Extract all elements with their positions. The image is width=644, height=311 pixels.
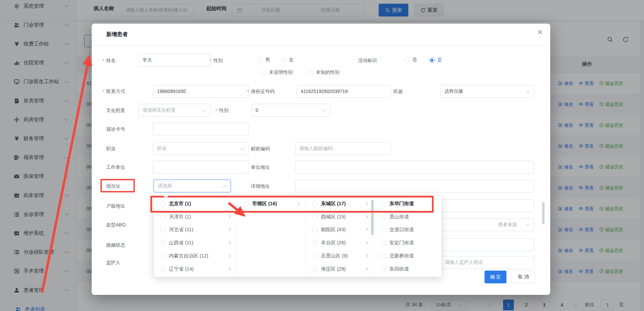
gender-unknown-radio[interactable]: [308, 70, 313, 75]
radio-icon[interactable]: [312, 240, 318, 246]
cascader-option-label: 辽宁省 (14): [169, 266, 194, 272]
active-no-radio[interactable]: [404, 58, 409, 63]
name-label: 姓名: [106, 57, 116, 64]
cascader-option-label: 丰台区 (26): [321, 240, 346, 246]
cascader-option-label: 山西省 (11): [169, 240, 193, 246]
chevron-right-icon: [227, 241, 231, 244]
cascader-option-label: 景山街道: [389, 214, 409, 220]
postal-input[interactable]: 请输入邮政编码: [295, 142, 391, 155]
radio-icon[interactable]: [160, 214, 166, 220]
cascader-option[interactable]: 河北省 (11): [154, 223, 237, 236]
occupation-label: 职业: [106, 145, 116, 152]
active-yes-radio[interactable]: [429, 58, 435, 63]
ethnicity-label: 民族: [393, 88, 403, 95]
chevron-right-icon: [227, 215, 231, 218]
gender-male-label: 男: [265, 57, 270, 63]
cascader-option-label: 东四街道: [389, 266, 409, 272]
cascader-scrollbar[interactable]: [371, 200, 374, 235]
cancel-button[interactable]: 取 消: [512, 271, 535, 283]
card-no-input[interactable]: [153, 123, 249, 135]
app-root: 系统管理门诊管理¥收费工作站住院管理门诊医生工作站库房管理药房管理¥财务管理X报…: [0, 0, 644, 311]
gender-female-radio[interactable]: [281, 58, 286, 63]
cascader-option-label: 石景山区 (9): [321, 253, 348, 259]
radio-icon[interactable]: [160, 240, 166, 246]
active-no-label: 否: [412, 57, 417, 63]
cascader-option[interactable]: 北新桥街道: [375, 250, 442, 262]
id-number-label: 身份证号码: [251, 88, 274, 95]
radio-icon[interactable]: [160, 201, 166, 207]
chevron-right-icon: [364, 215, 368, 218]
close-icon[interactable]: ✕: [535, 28, 545, 37]
patient-source-select[interactable]: 患者来源: [441, 218, 534, 231]
cascader-option-label: 朝阳区 (43): [321, 226, 346, 233]
cascader-option[interactable]: 海淀区 (29): [306, 263, 374, 276]
cancel-button-label: 取 消: [518, 274, 529, 280]
radio-icon[interactable]: [312, 201, 318, 207]
radio-icon[interactable]: [243, 201, 249, 207]
radio-icon[interactable]: [160, 267, 166, 272]
education-select[interactable]: 请选择文化程度: [138, 104, 211, 117]
detail-address-input[interactable]: [295, 180, 534, 192]
chevron-right-icon: [227, 201, 231, 205]
name-input[interactable]: 牢大: [138, 54, 211, 67]
cascader-option[interactable]: 石景山区 (9): [306, 250, 374, 262]
chevron-right-icon: [227, 228, 231, 231]
radio-icon[interactable]: [381, 267, 386, 272]
id-number-value: 411625192602039719: [301, 89, 348, 94]
chevron-up-icon: [223, 185, 227, 189]
radio-icon[interactable]: [381, 240, 386, 246]
cascader-option[interactable]: 交道口街道: [375, 223, 442, 236]
radio-icon[interactable]: [381, 227, 386, 232]
cascader-option[interactable]: 内蒙古自治区 (12): [154, 250, 237, 262]
id-number-input[interactable]: 411625192602039719: [296, 85, 391, 98]
work-unit-input[interactable]: [153, 161, 249, 174]
cascader-option[interactable]: 市辖区 (16): [237, 197, 306, 210]
radio-icon[interactable]: [381, 214, 386, 220]
cascader-option[interactable]: 天津市 (1): [154, 211, 237, 223]
work-address-input[interactable]: [295, 161, 534, 174]
cascader-option[interactable]: 山西省 (11): [154, 237, 237, 249]
radio-icon[interactable]: [381, 201, 386, 207]
gender2-label: 性别: [219, 107, 229, 114]
modal-scrollbar[interactable]: [542, 202, 545, 224]
radio-icon[interactable]: [312, 227, 318, 232]
cascader-option[interactable]: 北京市 (1): [154, 197, 237, 210]
add-patient-modal: 新增患者 ✕ * 姓名 牢大 * 性别 男 女 活动标识 否 是 未说明性别 未…: [92, 24, 550, 295]
cascader-option[interactable]: 安定门街道: [375, 237, 442, 249]
cascader-option[interactable]: 景山街道: [375, 211, 442, 223]
active-flag-label: 活动标识: [358, 57, 377, 64]
radio-icon[interactable]: [312, 253, 318, 259]
cascader-option[interactable]: 东华门街道: [375, 197, 442, 210]
cascader-option[interactable]: 西城区 (15): [306, 211, 374, 223]
radio-icon[interactable]: [312, 267, 318, 272]
cascader-option-label: 天津市 (1): [169, 214, 191, 220]
contact-input[interactable]: 19880991650: [153, 85, 249, 98]
ethnicity-select[interactable]: 达斡尔族: [440, 85, 534, 98]
gender-male-radio[interactable]: [257, 58, 263, 63]
radio-icon[interactable]: [312, 214, 318, 220]
current-address-cascader[interactable]: 请选择: [153, 180, 231, 192]
chevron-down-icon: [322, 107, 326, 112]
guardian-phone-input[interactable]: 请输入监护人电话: [441, 256, 534, 269]
chevron-right-icon: [227, 267, 231, 271]
contact-label: 联系方式: [106, 88, 125, 95]
gender2-select[interactable]: 0: [251, 104, 330, 117]
gender-unstated-radio[interactable]: [261, 70, 266, 75]
radio-icon[interactable]: [381, 253, 386, 259]
modal-title: 新增患者: [106, 31, 128, 38]
cascader-option[interactable]: 东城区 (17): [306, 197, 374, 210]
radio-icon[interactable]: [160, 253, 166, 259]
occupation-select[interactable]: 职业: [153, 142, 249, 155]
cascader-option[interactable]: 辽宁省 (14): [154, 263, 237, 276]
chevron-down-icon: [202, 107, 207, 112]
education-label: 文化程度: [106, 107, 125, 114]
confirm-button[interactable]: 确 定: [485, 271, 506, 283]
cascader-option-label: 东城区 (17): [321, 200, 346, 207]
cascader-option[interactable]: 东四街道: [375, 263, 442, 276]
cascader-option-label: 市辖区 (16): [252, 200, 277, 207]
cascader-option[interactable]: 朝阳区 (43): [306, 223, 374, 236]
radio-icon[interactable]: [160, 227, 166, 232]
current-address-placeholder: 请选择: [158, 183, 172, 189]
cascader-option[interactable]: 丰台区 (26): [306, 237, 374, 249]
required-star: *: [215, 107, 217, 114]
